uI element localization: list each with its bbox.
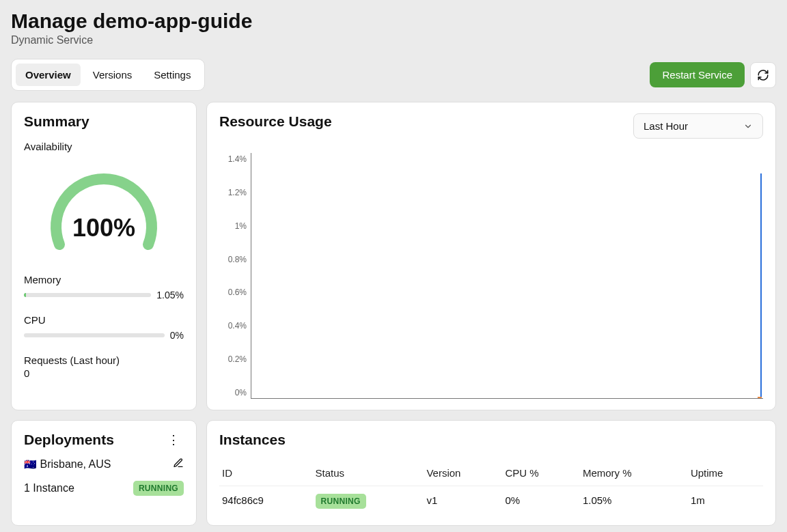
column-header: Uptime — [688, 460, 763, 486]
availability-gauge: 100% — [42, 159, 165, 255]
column-header: CPU % — [503, 460, 580, 486]
summary-title: Summary — [24, 113, 184, 130]
page-title: Manage demo-app-guide — [11, 10, 776, 33]
refresh-icon — [757, 69, 769, 81]
cpu-bar — [24, 333, 165, 337]
column-header: Status — [313, 460, 424, 486]
y-tick: 1% — [219, 221, 247, 231]
pencil-icon — [173, 458, 184, 468]
cell: 1m — [688, 486, 763, 515]
tab-settings[interactable]: Settings — [144, 64, 200, 86]
resource-usage-title: Resource Usage — [219, 113, 332, 130]
cell: RUNNING — [313, 486, 424, 515]
availability-value: 100% — [72, 214, 135, 242]
memory-bar — [24, 293, 151, 297]
au-flag-icon: 🇦🇺 — [24, 458, 37, 470]
y-tick: 1.4% — [219, 154, 247, 164]
cell: 0% — [503, 486, 580, 515]
requests-label: Requests (Last hour) — [24, 354, 184, 366]
y-tick: 0.6% — [219, 288, 247, 297]
y-tick: 0.2% — [219, 354, 247, 364]
tab-overview[interactable]: Overview — [16, 64, 81, 86]
deployment-instance-count: 1 Instance — [24, 482, 74, 494]
time-range-label: Last Hour — [644, 120, 688, 132]
availability-label: Availability — [24, 141, 184, 152]
instances-table: IDStatusVersionCPU %Memory %Uptime 94fc8… — [219, 460, 763, 514]
y-tick: 0% — [219, 388, 247, 397]
cpu-label: CPU — [24, 314, 184, 326]
deployment-location: 🇦🇺 Brisbane, AUS — [24, 458, 111, 471]
memory-value: 1.05% — [156, 290, 184, 300]
y-tick: 0.8% — [219, 255, 247, 264]
table-row[interactable]: 94fc86c9RUNNINGv10%1.05%1m — [219, 486, 763, 515]
y-tick: 0.4% — [219, 321, 247, 331]
resource-usage-card: Resource Usage Last Hour 1.4%1.2%1%0.8%0… — [206, 102, 776, 410]
y-tick: 1.2% — [219, 188, 247, 197]
deployments-title: Deployments — [24, 432, 114, 448]
cell: v1 — [424, 486, 502, 515]
chevron-down-icon — [743, 122, 753, 131]
usage-chart: 1.4%1.2%1%0.8%0.6%0.4%0.2%0% — [219, 153, 763, 399]
instances-card: Instances IDStatusVersionCPU %Memory %Up… — [206, 420, 776, 526]
deployments-menu-button[interactable]: ⋮ — [163, 434, 184, 446]
column-header: ID — [219, 460, 313, 486]
summary-card: Summary Availability 100% Memory 1.05% C… — [11, 102, 197, 410]
tab-versions[interactable]: Versions — [83, 64, 142, 86]
column-header: Memory % — [580, 460, 688, 486]
tabs-container: Overview Versions Settings — [11, 59, 205, 91]
instances-title: Instances — [219, 432, 763, 448]
deployment-status-badge: RUNNING — [133, 481, 184, 496]
instance-status-badge: RUNNING — [316, 494, 366, 509]
requests-value: 0 — [24, 367, 184, 379]
column-header: Version — [424, 460, 502, 486]
cell: 94fc86c9 — [219, 486, 313, 515]
time-range-select[interactable]: Last Hour — [633, 113, 763, 139]
memory-label: Memory — [24, 274, 184, 285]
deployments-card: Deployments ⋮ 🇦🇺 Brisbane, AUS 1 Instanc… — [11, 420, 197, 526]
edit-deployment-button[interactable] — [173, 458, 184, 471]
refresh-button[interactable] — [750, 62, 776, 88]
restart-service-button[interactable]: Restart Service — [650, 62, 745, 87]
cell: 1.05% — [580, 486, 688, 515]
cpu-value: 0% — [170, 330, 184, 341]
page-subtitle: Dynamic Service — [11, 34, 776, 46]
